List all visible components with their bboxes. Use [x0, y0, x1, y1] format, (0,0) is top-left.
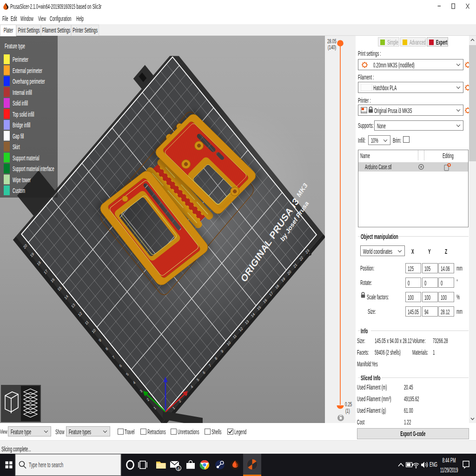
svg-text:External perimeter: External perimeter — [13, 67, 42, 74]
svg-text:Internal infill: Internal infill — [13, 89, 32, 96]
svg-text:Custom: Custom — [13, 187, 25, 194]
svg-text:Support material: Support material — [13, 154, 39, 161]
svg-text:6: 6 — [178, 466, 180, 471]
svg-text:Type here to search: Type here to search — [29, 461, 63, 469]
svg-text:Solid infill: Solid infill — [13, 100, 28, 107]
svg-text:Skirt: Skirt — [13, 144, 20, 151]
svg-text:Overhang perimeter: Overhang perimeter — [13, 78, 45, 85]
svg-text:8:44 PM: 8:44 PM — [442, 457, 456, 464]
svg-text:Perimeter: Perimeter — [13, 56, 28, 63]
svg-text:Bridge infill: Bridge infill — [13, 122, 30, 129]
svg-text:ENG: ENG — [430, 461, 437, 468]
svg-text:Feature type: Feature type — [5, 43, 25, 50]
svg-text:Wipe tower: Wipe tower — [13, 176, 31, 183]
svg-text:Gap fill: Gap fill — [13, 132, 24, 139]
svg-text:Top solid infill: Top solid infill — [13, 111, 34, 118]
svg-text:11/29/2019: 11/29/2019 — [440, 467, 458, 474]
svg-text:Support material interface: Support material interface — [13, 165, 54, 172]
